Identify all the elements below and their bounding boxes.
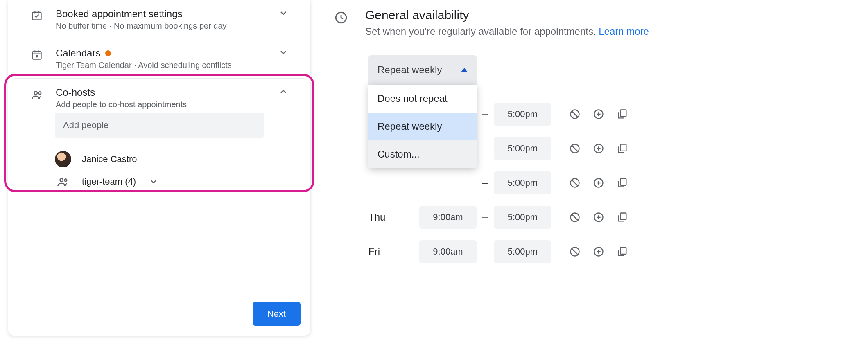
add-slot-icon[interactable]	[593, 108, 604, 120]
cohosts-subtitle: Add people to co-host appointments	[56, 100, 275, 109]
booked-subtitle: No buffer time · No maximum bookings per…	[56, 21, 275, 31]
unavailable-icon[interactable]	[569, 177, 581, 189]
availability-row: – 5:00pm	[368, 166, 852, 200]
availability-title: General availability	[365, 8, 649, 22]
availability-subtitle-text: Set when you're regularly available for …	[365, 26, 599, 37]
end-time-input[interactable]: 5:00pm	[494, 240, 551, 263]
start-time-input[interactable]: 9:00am	[419, 240, 477, 263]
next-button[interactable]: Next	[253, 302, 301, 326]
svg-rect-16	[621, 178, 626, 185]
booked-title: Booked appointment settings	[56, 8, 275, 20]
calendars-subtitle: Tiger Team Calendar · Avoid scheduling c…	[56, 61, 275, 70]
cohost-person-row[interactable]: Janice Castro	[55, 147, 292, 171]
attention-dot-icon	[105, 50, 111, 56]
avatar	[55, 151, 71, 167]
availability-subtitle: Set when you're regularly available for …	[365, 25, 649, 39]
add-slot-icon[interactable]	[593, 177, 604, 189]
dropdown-option-repeat-weekly[interactable]: Repeat weekly	[368, 113, 477, 140]
copy-icon[interactable]	[617, 177, 628, 189]
dash: –	[482, 245, 488, 258]
left-panel: Booked appointment settings No buffer ti…	[0, 0, 319, 347]
svg-rect-10	[621, 110, 626, 116]
add-people-input[interactable]: Add people	[55, 113, 264, 138]
dash: –	[482, 211, 488, 223]
svg-point-4	[38, 92, 41, 94]
clock-icon	[334, 8, 348, 25]
calendars-title: Calendars	[56, 47, 100, 59]
unavailable-icon[interactable]	[569, 246, 581, 257]
cohosts-title: Co-hosts	[56, 87, 275, 98]
section-calendars[interactable]: Calendars Tiger Team Calendar · Avoid sc…	[15, 39, 304, 79]
chevron-down-icon[interactable]	[275, 8, 292, 18]
end-time-input[interactable]: 5:00pm	[494, 103, 551, 126]
day-label: Thu	[368, 212, 414, 223]
add-slot-icon[interactable]	[593, 246, 604, 257]
settings-card: Booked appointment settings No buffer ti…	[8, 0, 310, 336]
unavailable-icon[interactable]	[569, 108, 581, 120]
svg-rect-22	[621, 247, 626, 254]
availability-header: General availability Set when you're reg…	[334, 8, 852, 39]
copy-icon[interactable]	[617, 246, 628, 257]
svg-point-5	[60, 179, 63, 182]
caret-up-icon	[461, 68, 468, 72]
svg-rect-13	[621, 144, 626, 151]
repeat-select[interactable]: Repeat weekly	[368, 55, 477, 85]
day-label: Fri	[368, 246, 414, 257]
svg-point-3	[34, 92, 38, 95]
add-slot-icon[interactable]	[593, 143, 604, 154]
group-label: tiger-team (4)	[82, 176, 136, 187]
section-cohosts[interactable]: Co-hosts Add people to co-host appointme…	[15, 79, 304, 113]
dropdown-option-custom[interactable]: Custom...	[368, 140, 477, 168]
chevron-down-icon[interactable]	[275, 47, 292, 57]
svg-point-6	[64, 179, 67, 181]
section-booked-settings[interactable]: Booked appointment settings No buffer ti…	[15, 0, 304, 39]
right-panel: General availability Set when you're reg…	[319, 0, 868, 347]
copy-icon[interactable]	[617, 108, 628, 120]
unavailable-icon[interactable]	[569, 143, 581, 154]
cohost-group-row[interactable]: tiger-team (4)	[55, 171, 292, 192]
people-icon	[31, 87, 56, 101]
person-name: Janice Castro	[82, 154, 137, 164]
repeat-dropdown: Does not repeat Repeat weekly Custom...	[368, 85, 477, 168]
chevron-up-icon[interactable]	[275, 87, 292, 97]
cohosts-body: Add people Janice Castro tiger-team (4)	[8, 113, 310, 196]
group-icon	[55, 176, 71, 188]
availability-row: Thu 9:00am – 5:00pm	[368, 200, 852, 234]
copy-icon[interactable]	[617, 212, 628, 223]
calendar-icon	[31, 47, 56, 61]
end-time-input[interactable]: 5:00pm	[494, 206, 551, 229]
dash: –	[482, 108, 488, 120]
add-slot-icon[interactable]	[593, 212, 604, 223]
copy-icon[interactable]	[617, 143, 628, 154]
svg-point-2	[36, 56, 38, 57]
booked-icon	[31, 8, 56, 21]
unavailable-icon[interactable]	[569, 212, 581, 223]
start-time-input[interactable]: 9:00am	[419, 206, 477, 229]
chevron-down-icon[interactable]	[149, 177, 158, 186]
availability-row: Fri 9:00am – 5:00pm	[368, 234, 852, 269]
dropdown-option-does-not-repeat[interactable]: Does not repeat	[368, 85, 477, 113]
svg-rect-19	[621, 213, 626, 219]
learn-more-link[interactable]: Learn more	[599, 26, 649, 37]
dash: –	[482, 176, 488, 189]
end-time-input[interactable]: 5:00pm	[494, 137, 551, 160]
dash: –	[482, 142, 488, 155]
end-time-input[interactable]: 5:00pm	[494, 171, 551, 194]
repeat-selected-label: Repeat weekly	[377, 64, 442, 76]
